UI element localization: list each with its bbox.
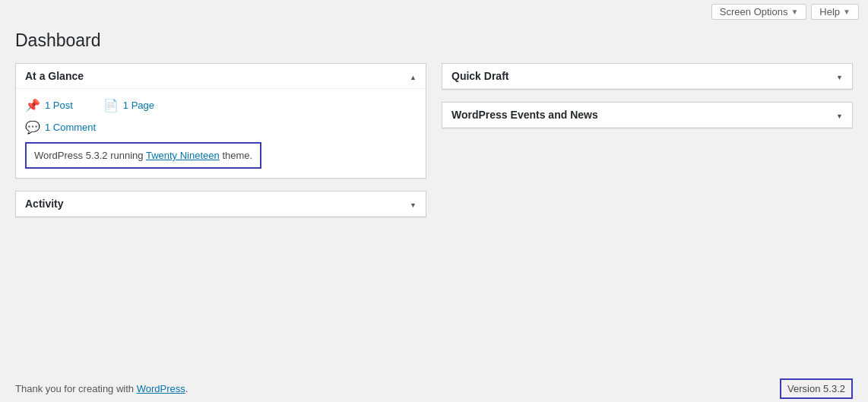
activity-widget: Activity [15,191,426,217]
comment-stat[interactable]: 1 Comment [45,122,96,133]
events-news-widget: WordPress Events and News [442,102,853,128]
help-button[interactable]: Help ▼ [811,4,859,20]
help-label: Help [819,6,840,17]
quick-draft-toggle-icon [836,71,843,82]
comment-row: 💬 1 Comment [25,120,417,135]
quick-draft-title: Quick Draft [451,70,508,82]
screen-options-button[interactable]: Screen Options ▼ [711,4,807,20]
comment-count: 1 Comment [45,122,96,133]
events-news-header[interactable]: WordPress Events and News [442,103,852,128]
events-news-title: WordPress Events and News [451,109,598,121]
page-count: 1 Page [123,100,154,111]
at-a-glance-toggle-icon [410,71,417,82]
post-stat[interactable]: 📌 1 Post [25,98,73,112]
theme-link[interactable]: Twenty Nineteen [146,150,220,161]
events-news-toggle-icon [836,109,843,121]
at-a-glance-header[interactable]: At a Glance [16,64,426,89]
comment-icon: 💬 [25,120,40,135]
top-bar: Screen Options ▼ Help ▼ [0,0,868,23]
page-stat[interactable]: 📄 1 Page [103,98,154,112]
page-icon: 📄 [103,98,119,112]
quick-draft-widget: Quick Draft [442,63,853,90]
right-column: Quick Draft WordPress Events and News [442,63,853,128]
screen-options-label: Screen Options [720,6,788,17]
activity-toggle-icon [410,198,417,210]
stats-row: 📌 1 Post 📄 1 Page [25,98,417,112]
screen-options-chevron-icon: ▼ [790,8,798,16]
dashboard-columns: At a Glance 📌 1 Post 📄 1 Page [15,63,853,217]
post-count: 1 Post [45,100,73,111]
quick-draft-header[interactable]: Quick Draft [442,64,852,89]
activity-header[interactable]: Activity [16,192,426,217]
theme-suffix: theme. [220,150,252,161]
version-info-box: WordPress 5.3.2 running Twenty Nineteen … [25,142,261,169]
at-a-glance-title: At a Glance [25,70,84,82]
help-chevron-icon: ▼ [843,8,851,16]
at-a-glance-widget: At a Glance 📌 1 Post 📄 1 Page [15,63,426,179]
version-text: WordPress 5.3.2 running [34,150,146,161]
left-column: At a Glance 📌 1 Post 📄 1 Page [15,63,426,217]
page-title: Dashboard [15,30,853,51]
at-a-glance-body: 📌 1 Post 📄 1 Page 💬 1 Comment [16,89,426,178]
activity-title: Activity [25,198,64,210]
main-content: Dashboard At a Glance 📌 1 Post [0,23,868,233]
post-icon: 📌 [25,98,40,112]
